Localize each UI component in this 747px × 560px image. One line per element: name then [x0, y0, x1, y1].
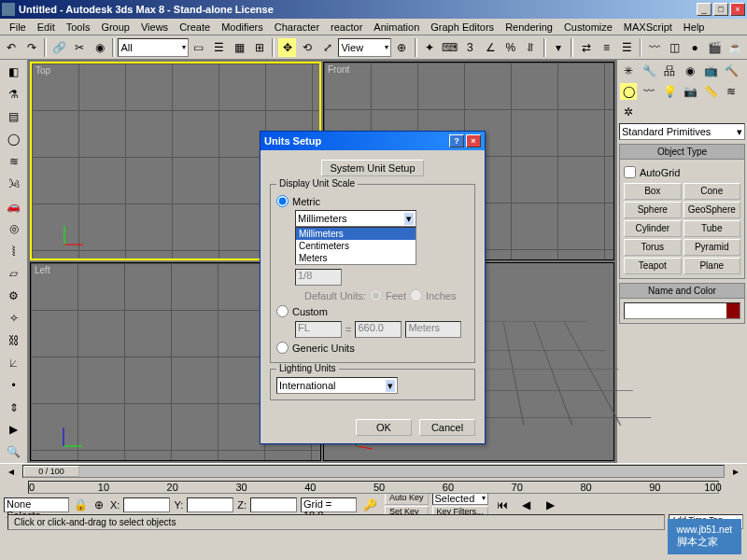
maximize-button[interactable]: □ [713, 3, 728, 16]
play-anim-icon[interactable]: ▶ [3, 419, 25, 441]
create-tab-icon[interactable]: ✳ [619, 62, 638, 80]
render-scene-icon[interactable]: 🎬 [706, 37, 726, 58]
named-selection-icon[interactable]: ▾ [549, 37, 569, 58]
cancel-button[interactable]: Cancel [419, 419, 475, 436]
tube-button[interactable]: Tube [684, 220, 741, 237]
time-prev-icon[interactable]: ◂ [4, 465, 19, 478]
ref-coord-dropdown[interactable]: View [338, 38, 391, 57]
hinge-icon[interactable]: ⟀ [3, 352, 25, 373]
systems-icon[interactable]: ✲ [619, 103, 638, 121]
move-icon[interactable]: ✥ [277, 37, 297, 58]
undo-icon[interactable]: ↶ [2, 37, 21, 58]
time-slider[interactable]: 0 / 100 [22, 465, 725, 478]
menu-edit[interactable]: Edit [32, 21, 61, 33]
percent-snap-icon[interactable]: % [500, 37, 520, 58]
utilities-tab-icon[interactable]: 🔨 [722, 62, 740, 80]
teapot-button[interactable]: Teapot [624, 258, 682, 274]
select-name-icon[interactable]: ☰ [209, 37, 229, 58]
angle-snap-icon[interactable]: ∠ [481, 37, 500, 58]
menu-views[interactable]: Views [135, 21, 174, 33]
bind-icon[interactable]: ◉ [91, 37, 110, 58]
motor-icon[interactable]: ⚙ [3, 285, 25, 306]
goto-start-icon[interactable]: ⏮ [492, 495, 513, 515]
menu-customize[interactable]: Customize [558, 21, 618, 33]
hierarchy-tab-icon[interactable]: 品 [660, 62, 679, 80]
cylinder-button[interactable]: Cylinder [624, 220, 682, 237]
display-tab-icon[interactable]: 📺 [701, 62, 720, 80]
window-crossing-icon[interactable]: ⊞ [250, 37, 270, 58]
select-icon[interactable]: ▭ [190, 37, 209, 58]
autogrid-checkbox[interactable] [624, 166, 636, 178]
curve-editor-icon[interactable]: 〰 [644, 37, 664, 58]
menu-animation[interactable]: Animation [368, 21, 425, 33]
transform-type-icon[interactable]: ⊕ [92, 497, 106, 512]
align-icon[interactable]: ≡ [597, 37, 616, 58]
object-type-header[interactable]: Object Type [620, 145, 744, 160]
reactor-icon[interactable]: ⚗ [3, 84, 25, 105]
cloth-icon[interactable]: ▤ [3, 106, 25, 128]
select-region-icon[interactable]: ▦ [230, 37, 249, 58]
water-icon[interactable]: ≋ [3, 151, 25, 173]
key-icon[interactable]: 🔑 [360, 495, 381, 515]
ok-button[interactable]: OK [356, 419, 412, 436]
menu-create[interactable]: Create [174, 21, 216, 33]
list-item[interactable]: Meters [296, 252, 416, 264]
cameras-icon[interactable]: 📷 [681, 82, 699, 101]
list-item[interactable]: Millimeters [296, 228, 416, 240]
object-color-swatch[interactable] [624, 302, 740, 319]
box-button[interactable]: Box [624, 183, 682, 200]
car-icon[interactable]: 🚗 [3, 196, 25, 217]
y-field[interactable] [187, 497, 233, 512]
time-ruler[interactable]: 0102030405060708090100 [28, 481, 719, 494]
x-field[interactable] [123, 497, 170, 512]
menu-tools[interactable]: Tools [61, 21, 96, 33]
menu-character[interactable]: Character [269, 21, 325, 33]
metric-radio[interactable] [276, 195, 289, 207]
menu-rendering[interactable]: Rendering [500, 21, 558, 33]
schematic-icon[interactable]: ◫ [665, 37, 684, 58]
analyze-icon[interactable]: 🔍 [3, 441, 25, 463]
z-field[interactable] [250, 497, 297, 512]
scale-icon[interactable]: ⤢ [318, 37, 338, 58]
generic-radio[interactable] [276, 342, 289, 354]
plane-button[interactable]: Plane [684, 258, 741, 274]
motion-tab-icon[interactable]: ◉ [681, 62, 699, 80]
helpers-icon[interactable]: 📏 [701, 82, 720, 101]
wind-icon[interactable]: 🌬 [3, 174, 25, 195]
torus-button[interactable]: Torus [624, 239, 682, 256]
prev-frame-icon[interactable]: ◀ [516, 495, 537, 515]
help-button[interactable]: ? [449, 134, 464, 147]
mirror-icon[interactable]: ⇄ [576, 37, 596, 58]
unlink-icon[interactable]: ✂ [70, 37, 90, 58]
geosphere-button[interactable]: GeoSphere [684, 202, 741, 218]
play-icon[interactable]: ▶ [541, 495, 561, 515]
cone-button[interactable]: Cone [684, 183, 741, 200]
menu-maxscript[interactable]: MAXScript [618, 21, 678, 33]
center-icon[interactable]: ⊕ [392, 37, 412, 58]
quick-render-icon[interactable]: ☕ [726, 37, 745, 58]
lighting-combo[interactable]: International [276, 377, 398, 394]
link-icon[interactable]: 🔗 [49, 37, 69, 58]
snap-icon[interactable]: 3 [460, 37, 480, 58]
menu-reactor[interactable]: reactor [325, 21, 368, 33]
prismatic-icon[interactable]: ⇕ [3, 397, 25, 418]
tab-panel-icon[interactable]: ◧ [3, 62, 25, 83]
category-dropdown[interactable]: Standard Primitives [619, 123, 745, 140]
menu-file[interactable]: File [4, 21, 32, 33]
fracture-icon[interactable]: ✧ [3, 307, 25, 329]
layers-icon[interactable]: ☰ [617, 37, 637, 58]
geometry-icon[interactable]: ◯ [619, 82, 638, 101]
time-next-icon[interactable]: ▸ [728, 465, 743, 478]
menu-group[interactable]: Group [95, 21, 135, 33]
menu-help[interactable]: Help [678, 21, 711, 33]
lock-selection-icon[interactable]: 🔒 [73, 497, 88, 512]
pyramid-button[interactable]: Pyramid [684, 239, 741, 256]
time-slider-thumb[interactable]: 0 / 100 [23, 466, 79, 477]
spinner-snap-icon[interactable]: ⥯ [521, 37, 541, 58]
dialog-titlebar[interactable]: Units Setup ? × [261, 132, 485, 150]
system-unit-setup-button[interactable]: System Unit Setup [321, 160, 423, 176]
manipulate-icon[interactable]: ✦ [420, 37, 440, 58]
custom-radio[interactable] [276, 305, 289, 317]
sphere-tool-icon[interactable]: ◯ [3, 129, 25, 150]
ragdoll-icon[interactable]: ⛓ [3, 329, 25, 351]
